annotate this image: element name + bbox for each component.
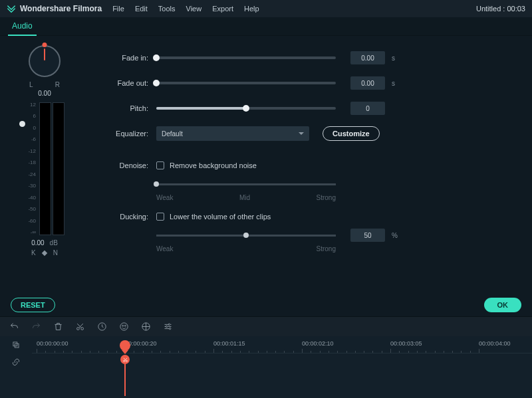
denoise-tick-mid: Mid — [239, 194, 250, 201]
keyframe-icon[interactable] — [41, 250, 47, 255]
ducking-label: Ducking: — [93, 213, 156, 221]
svg-point-8 — [166, 326, 168, 328]
row-denoise: Denoise: Remove background noise — [93, 158, 520, 173]
menu-view[interactable]: View — [186, 5, 202, 13]
meter-readout: 0.00 dB — [31, 239, 58, 247]
ducking-tick-weak: Weak — [156, 245, 173, 252]
denoise-label: Denoise: — [93, 161, 156, 169]
timecode-label: 00:00:01:15 — [213, 340, 245, 347]
app-window: Wondershare Filmora File Edit Tools View… — [0, 0, 532, 398]
pitch-label: Pitch: — [93, 104, 156, 112]
timeline-left-tools — [0, 336, 32, 398]
tab-audio[interactable]: Audio — [8, 17, 37, 36]
fade-in-label: Fade in: — [93, 54, 156, 62]
menu-file[interactable]: File — [112, 5, 124, 13]
meter-bar-right — [53, 102, 65, 235]
crop-button[interactable] — [141, 322, 151, 332]
link-icon[interactable] — [11, 357, 21, 368]
ducking-slider[interactable] — [156, 235, 336, 237]
delete-button[interactable] — [53, 322, 63, 332]
denoise-check-label: Remove background noise — [170, 161, 257, 169]
fade-in-slider[interactable] — [156, 56, 336, 59]
svg-point-4 — [122, 325, 124, 326]
svg-point-9 — [169, 328, 171, 330]
svg-point-7 — [168, 324, 170, 326]
svg-rect-11 — [15, 344, 19, 348]
ducking-value[interactable]: 50 — [350, 229, 385, 242]
undo-button[interactable] — [9, 322, 19, 332]
timeline-track-area[interactable]: 00:00:00:0000:00:00:2000:00:01:1500:00:0… — [32, 336, 532, 398]
denoise-tick-strong: Strong — [317, 194, 336, 201]
ducking-unit: % — [392, 232, 398, 239]
svg-point-5 — [124, 325, 126, 326]
document-title: Untitled : 00:03 — [476, 5, 525, 13]
fade-out-label: Fade out: — [93, 79, 156, 87]
ducking-checkbox[interactable] — [156, 213, 164, 221]
ok-button[interactable]: OK — [484, 298, 522, 312]
pan-knob[interactable] — [25, 43, 65, 82]
timeline-ruler[interactable]: 00:00:00:0000:00:00:2000:00:01:1500:00:0… — [32, 336, 532, 353]
row-denoise-slider — [93, 177, 520, 191]
fade-in-unit: s — [392, 54, 395, 62]
button-bar: RESET OK — [0, 294, 532, 316]
row-ducking-slider: 50 % — [93, 228, 520, 243]
meter-prev[interactable]: K — [31, 249, 36, 256]
app-name: Wondershare Filmora — [20, 4, 102, 13]
pitch-value[interactable]: 0 — [350, 102, 385, 115]
reset-button[interactable]: RESET — [11, 298, 55, 312]
row-fade-out: Fade out: 0.00 s — [93, 76, 520, 90]
svg-rect-10 — [13, 342, 17, 346]
playhead-line — [124, 363, 126, 396]
row-fade-in: Fade in: 0.00 s — [93, 50, 520, 65]
menu-bar: File Edit Tools View Export Help — [112, 5, 259, 13]
pan-value: 0.00 — [38, 90, 51, 97]
meter-next[interactable]: N — [53, 249, 58, 256]
level-meters: 1260-6-12-18-24-30-40-50-60-∞ — [25, 102, 65, 235]
denoise-ticks: Weak Mid Strong — [156, 194, 336, 201]
settings-button[interactable] — [163, 322, 173, 332]
timecode-label: 00:00:04:00 — [479, 340, 511, 347]
chevron-down-icon — [299, 132, 304, 135]
row-ducking: Ducking: Lower the volume of other clips — [93, 209, 520, 224]
timeline: 00:00:00:0000:00:00:2000:00:01:1500:00:0… — [0, 336, 532, 398]
row-pitch: Pitch: 0 — [93, 101, 520, 116]
customize-button[interactable]: Customize — [323, 126, 380, 141]
app-logo: Wondershare Filmora — [7, 4, 102, 13]
left-panel: L R 0.00 1260-6-12-18-24-30-40-50-60-∞ 0… — [0, 36, 86, 294]
color-button[interactable] — [119, 322, 129, 332]
denoise-slider[interactable] — [156, 183, 336, 185]
equalizer-select[interactable]: Default — [156, 126, 309, 141]
denoise-tick-weak: Weak — [156, 194, 173, 201]
ducking-tick-strong: Strong — [317, 245, 336, 252]
meter-scale: 1260-6-12-18-24-30-40-50-60-∞ — [25, 102, 38, 235]
timeline-toolbar — [0, 316, 532, 336]
svg-point-3 — [120, 323, 128, 330]
cut-button[interactable] — [75, 322, 85, 332]
menu-edit[interactable]: Edit — [135, 5, 148, 13]
menu-help[interactable]: Help — [244, 5, 259, 13]
playhead-head-icon[interactable] — [120, 340, 130, 351]
titlebar: Wondershare Filmora File Edit Tools View… — [0, 0, 532, 17]
ducking-check-label: Lower the volume of other clips — [170, 213, 271, 221]
timecode-label: 00:00:00:00 — [37, 340, 68, 347]
logo-icon — [7, 4, 16, 13]
pitch-slider[interactable] — [156, 107, 336, 110]
fade-out-slider[interactable] — [156, 82, 336, 84]
row-equalizer: Equalizer: Default Customize — [93, 126, 520, 141]
fade-out-unit: s — [392, 80, 395, 87]
meter-bar-left — [39, 102, 51, 235]
tab-bar: Audio — [0, 17, 532, 36]
equalizer-label: Equalizer: — [93, 130, 156, 138]
fade-in-value[interactable]: 0.00 — [350, 51, 385, 64]
fade-out-value[interactable]: 0.00 — [350, 76, 385, 90]
duplicate-icon[interactable] — [11, 340, 21, 351]
menu-export[interactable]: Export — [212, 5, 233, 13]
volume-slider[interactable] — [19, 121, 25, 127]
speed-button[interactable] — [97, 322, 107, 332]
menu-tools[interactable]: Tools — [158, 5, 176, 13]
meter-unit: dB — [50, 239, 58, 247]
redo-button[interactable] — [31, 322, 41, 332]
meter-value: 0.00 — [31, 239, 44, 247]
denoise-checkbox[interactable] — [156, 161, 164, 169]
ducking-ticks: Weak Strong — [156, 245, 336, 252]
